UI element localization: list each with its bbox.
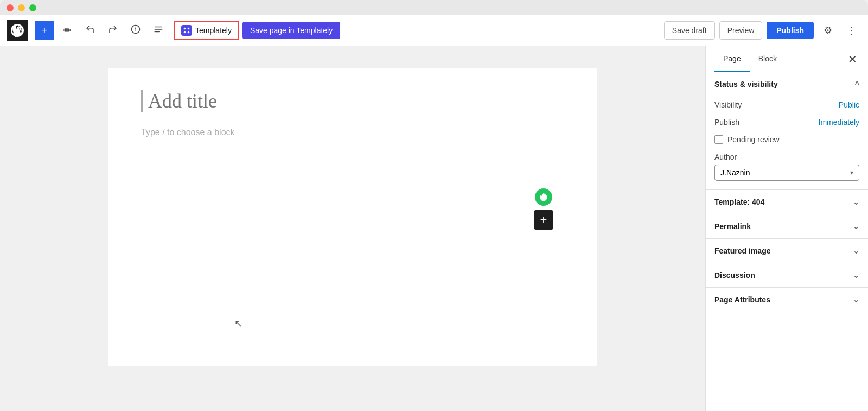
- author-row: Author J.Naznin ▾: [714, 153, 859, 181]
- sidebar-close-button[interactable]: ✕: [846, 50, 859, 68]
- plus-icon: +: [42, 25, 48, 36]
- more-options-button[interactable]: ⋮: [842, 21, 861, 40]
- visibility-row: Visibility Public: [714, 96, 859, 113]
- block-placeholder[interactable]: Type / to choose a block: [141, 123, 564, 142]
- redo-button[interactable]: [103, 21, 123, 40]
- tab-block[interactable]: Block: [750, 47, 786, 72]
- author-value: J.Naznin: [720, 168, 750, 177]
- author-label: Author: [714, 153, 859, 161]
- preview-button[interactable]: Preview: [719, 21, 763, 40]
- chevron-down-icon: ⌄: [853, 198, 859, 206]
- plus-icon: +: [540, 213, 547, 227]
- template-label: Template: 404: [714, 198, 764, 206]
- add-block-floating-button[interactable]: +: [534, 210, 553, 230]
- main-layout: Type / to choose a block + ↖ Page: [0, 46, 868, 411]
- status-visibility-section: Status & visibility ^ Visibility Public …: [706, 72, 868, 190]
- save-draft-button[interactable]: Save draft: [664, 21, 715, 40]
- publish-value[interactable]: Immediately: [819, 118, 859, 127]
- svg-point-6: [184, 28, 186, 30]
- chevron-down-icon: ▾: [850, 169, 853, 176]
- visibility-label: Visibility: [714, 100, 742, 109]
- close-button[interactable]: [7, 4, 14, 11]
- svg-point-8: [184, 31, 186, 34]
- avatar: [534, 187, 553, 207]
- publish-row: Publish Immediately: [714, 113, 859, 131]
- menu-icon: [154, 24, 163, 37]
- pending-review-row: Pending review: [714, 131, 859, 148]
- undo-button[interactable]: [80, 21, 100, 40]
- status-visibility-label: Status & visibility: [714, 80, 778, 88]
- editor-area[interactable]: Type / to choose a block + ↖: [0, 46, 705, 411]
- add-block-button[interactable]: +: [35, 21, 54, 40]
- visibility-value[interactable]: Public: [839, 100, 859, 109]
- pending-review-checkbox[interactable]: [714, 135, 723, 144]
- templately-button[interactable]: Templately: [174, 21, 239, 40]
- author-select[interactable]: J.Naznin ▾: [714, 165, 859, 181]
- sidebar-content: Status & visibility ^ Visibility Public …: [706, 72, 868, 411]
- ellipsis-icon: ⋮: [847, 24, 857, 36]
- save-draft-label: Save draft: [672, 26, 707, 35]
- info-button[interactable]: [126, 21, 145, 40]
- redo-icon: [108, 24, 118, 37]
- template-section: Template: 404 ⌄: [706, 190, 868, 214]
- template-section-header[interactable]: Template: 404 ⌄: [706, 190, 868, 214]
- page-attributes-section-header[interactable]: Page Attributes ⌄: [706, 288, 868, 312]
- permalink-section-header[interactable]: Permalink ⌄: [706, 214, 868, 238]
- tab-page[interactable]: Page: [714, 47, 750, 72]
- info-icon: [131, 24, 141, 37]
- chevron-down-icon: ⌄: [853, 246, 859, 255]
- featured-image-label: Featured image: [714, 246, 770, 255]
- permalink-label: Permalink: [714, 222, 751, 231]
- status-visibility-body: Visibility Public Publish Immediately Pe…: [706, 96, 868, 189]
- right-sidebar: Page Block ✕ Status & visibility ^: [705, 46, 868, 411]
- toolbar: + ✏: [0, 15, 868, 46]
- svg-point-9: [188, 31, 190, 34]
- save-templately-button[interactable]: Save page in Templately: [242, 22, 340, 39]
- discussion-label: Discussion: [714, 271, 755, 280]
- sidebar-tabs: Page Block: [714, 47, 846, 72]
- svg-point-7: [188, 28, 190, 30]
- featured-image-section: Featured image ⌄: [706, 239, 868, 263]
- toolbar-right: Save draft Preview Publish ⚙ ⋮: [664, 21, 861, 40]
- edit-button[interactable]: ✏: [58, 21, 77, 40]
- chevron-up-icon: ^: [855, 80, 859, 88]
- menu-button[interactable]: [149, 21, 168, 40]
- window-chrome: [0, 0, 868, 15]
- sidebar-header: Page Block ✕: [706, 46, 868, 72]
- chevron-down-icon: ⌄: [853, 295, 859, 304]
- publish-label: Publish: [714, 118, 739, 127]
- pencil-icon: ✏: [63, 24, 72, 36]
- featured-image-section-header[interactable]: Featured image ⌄: [706, 239, 868, 263]
- editor-canvas: Type / to choose a block +: [108, 68, 597, 366]
- templately-label: Templately: [195, 26, 232, 35]
- page-attributes-section: Page Attributes ⌄: [706, 288, 868, 312]
- undo-icon: [85, 24, 95, 37]
- pending-review-label: Pending review: [727, 135, 780, 144]
- close-icon: ✕: [848, 53, 857, 65]
- page-attributes-label: Page Attributes: [714, 295, 770, 304]
- minimize-button[interactable]: [18, 4, 25, 11]
- save-templately-label: Save page in Templately: [250, 26, 333, 35]
- gear-icon: ⚙: [824, 24, 832, 36]
- templately-icon: [181, 25, 192, 36]
- discussion-section-header[interactable]: Discussion ⌄: [706, 263, 868, 287]
- discussion-section: Discussion ⌄: [706, 263, 868, 288]
- maximize-button[interactable]: [29, 4, 36, 11]
- title-input[interactable]: [141, 90, 564, 112]
- wordpress-logo[interactable]: [7, 20, 28, 41]
- status-visibility-header[interactable]: Status & visibility ^: [706, 72, 868, 96]
- publish-label: Publish: [776, 26, 804, 35]
- settings-button[interactable]: ⚙: [818, 21, 838, 40]
- preview-label: Preview: [727, 26, 755, 35]
- permalink-section: Permalink ⌄: [706, 214, 868, 239]
- chevron-down-icon: ⌄: [853, 222, 859, 231]
- publish-button[interactable]: Publish: [767, 22, 814, 39]
- chevron-down-icon: ⌄: [853, 271, 859, 280]
